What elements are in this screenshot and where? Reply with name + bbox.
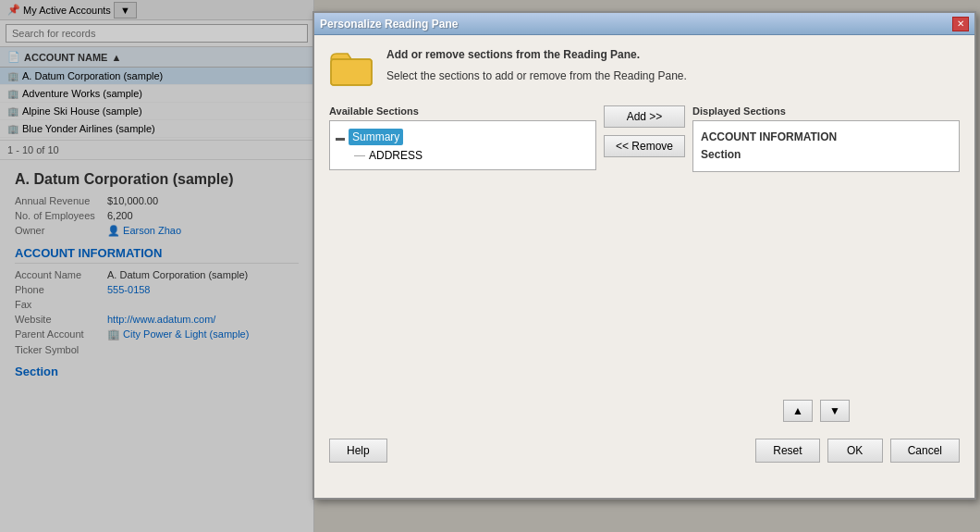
cancel-button[interactable]: Cancel <box>890 439 960 463</box>
move-down-button[interactable]: ▼ <box>820 400 850 422</box>
modal-footer: Help Reset OK Cancel <box>329 431 960 463</box>
displayed-sections-column: Displayed Sections ACCOUNT INFORMATION S… <box>692 105 960 172</box>
arrow-up-icon: ▲ <box>792 404 803 417</box>
add-button[interactable]: Add >> <box>604 105 685 128</box>
tree-expand-icon[interactable]: ▬ <box>336 132 345 142</box>
displayed-sections-label: Displayed Sections <box>692 105 960 117</box>
available-sections-tree[interactable]: ▬ Summary — ADDRESS <box>329 120 596 170</box>
modal-header-text: Add or remove sections from the Reading … <box>386 46 687 85</box>
modal-header-line2: Select the sections to add or remove fro… <box>386 69 687 82</box>
tree-item-summary-row[interactable]: ▬ Summary <box>336 127 590 147</box>
modal-header-row: Add or remove sections from the Reading … <box>329 46 960 91</box>
modal-body: Add or remove sections from the Reading … <box>314 35 974 474</box>
modal-close-button[interactable]: ✕ <box>952 17 969 31</box>
displayed-sections-list[interactable]: ACCOUNT INFORMATION Section <box>692 120 960 172</box>
tree-child-icon: — <box>354 149 365 162</box>
tree-item-address[interactable]: — ADDRESS <box>354 147 590 164</box>
svg-rect-0 <box>331 59 372 85</box>
modal-titlebar: Personalize Reading Pane ✕ <box>314 13 974 35</box>
middle-action-buttons: Add >> << Remove <box>596 105 692 157</box>
help-button[interactable]: Help <box>329 439 387 463</box>
tree-item-summary[interactable]: Summary <box>349 129 403 145</box>
displayed-item-account-info[interactable]: ACCOUNT INFORMATION Section <box>701 129 951 164</box>
available-sections-label: Available Sections <box>329 105 596 117</box>
footer-right-buttons: Reset OK Cancel <box>755 439 960 463</box>
reset-button[interactable]: Reset <box>755 439 819 463</box>
remove-button[interactable]: << Remove <box>604 135 685 157</box>
personalize-reading-pane-dialog: Personalize Reading Pane ✕ Add or remove… <box>312 11 976 500</box>
displayed-item-line2: Section <box>701 146 951 164</box>
folder-icon <box>329 46 374 91</box>
modal-title: Personalize Reading Pane <box>320 18 458 31</box>
move-up-button[interactable]: ▲ <box>783 400 813 422</box>
arrow-down-icon: ▼ <box>829 404 840 417</box>
tree-item-address-label[interactable]: ADDRESS <box>369 149 423 162</box>
displayed-item-line1: ACCOUNT INFORMATION <box>701 129 951 146</box>
modal-header-line1: Add or remove sections from the Reading … <box>386 48 640 61</box>
ok-button[interactable]: OK <box>827 439 883 463</box>
available-sections-column: Available Sections ▬ Summary — ADDRESS <box>329 105 596 170</box>
